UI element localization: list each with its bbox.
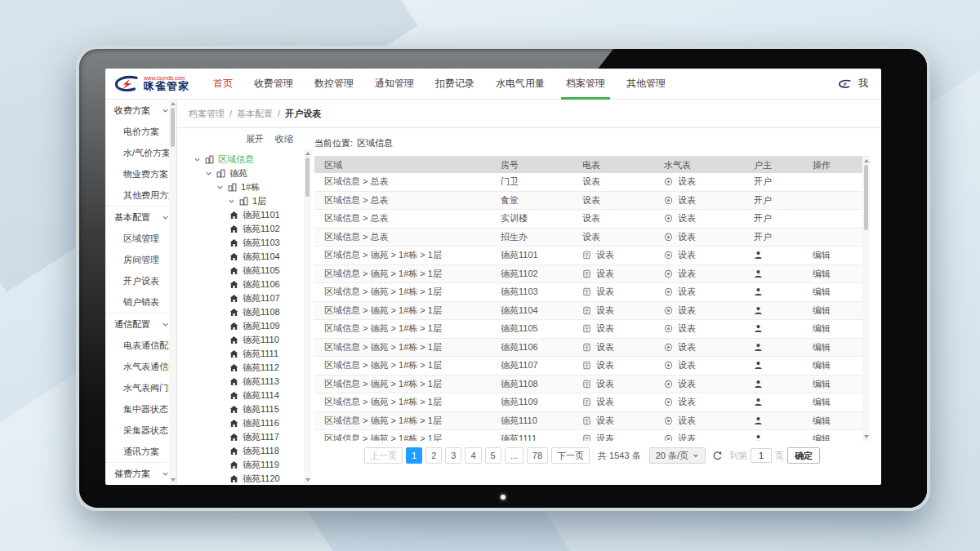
- page-button-...[interactable]: ...: [505, 447, 523, 464]
- tree-node-德苑1109[interactable]: 德苑1109: [189, 319, 303, 333]
- tree-node-德苑1103[interactable]: 德苑1103: [189, 236, 303, 250]
- page-button-3[interactable]: 3: [445, 447, 461, 464]
- scroll-down-arrow-icon[interactable]: [305, 478, 310, 482]
- set-electric-meter-link[interactable]: 设表: [596, 341, 614, 353]
- set-electric-meter-link[interactable]: 设表: [596, 378, 614, 390]
- sidebar-item-水气表通信配置[interactable]: 水气表通信配置: [105, 356, 176, 377]
- edit-link[interactable]: 编辑: [813, 269, 831, 278]
- open-account-link[interactable]: 开户: [754, 194, 772, 207]
- set-water-gas-meter-link[interactable]: 设表: [678, 176, 696, 188]
- set-water-gas-meter-link[interactable]: 设表: [678, 231, 696, 243]
- tree-node-德苑1117[interactable]: 德苑1117: [189, 430, 303, 444]
- page-button-4[interactable]: 4: [465, 447, 481, 464]
- confirm-button[interactable]: 确定: [787, 447, 820, 464]
- open-account-link[interactable]: 开户: [754, 212, 772, 224]
- tree-node-德苑1104[interactable]: 德苑1104: [189, 250, 303, 264]
- sidebar-item-开户设表[interactable]: 开户设表: [105, 270, 176, 291]
- page-button-5[interactable]: 5: [485, 447, 501, 464]
- edit-link[interactable]: 编辑: [813, 287, 831, 296]
- set-water-gas-meter-link[interactable]: 设表: [678, 433, 696, 441]
- edit-link[interactable]: 编辑: [813, 397, 831, 407]
- tree-node-德苑1107[interactable]: 德苑1107: [189, 291, 303, 305]
- set-water-gas-meter-link[interactable]: 设表: [678, 415, 696, 427]
- nav-item-其他管理[interactable]: 其他管理: [616, 69, 676, 99]
- set-electric-meter-link[interactable]: 设表: [596, 415, 614, 427]
- open-account-link[interactable]: 开户: [754, 176, 772, 188]
- set-electric-meter-link[interactable]: 设表: [582, 176, 600, 188]
- tree-node-德苑1114[interactable]: 德苑1114: [189, 389, 303, 402]
- set-water-gas-meter-link[interactable]: 设表: [678, 249, 696, 261]
- edit-link[interactable]: 编辑: [813, 379, 831, 389]
- page-size-select[interactable]: 20 条/页: [649, 447, 706, 464]
- set-electric-meter-link[interactable]: 设表: [596, 359, 614, 371]
- nav-item-扣费记录[interactable]: 扣费记录: [425, 69, 485, 99]
- sidebar-section-title-通信配置[interactable]: 通信配置: [105, 313, 176, 335]
- tree-node-德苑1115[interactable]: 德苑1115: [189, 402, 303, 416]
- tree-node-德苑1118[interactable]: 德苑1118: [189, 444, 303, 458]
- tree-node-德苑1101[interactable]: 德苑1101: [189, 208, 303, 222]
- tree-node-德苑1120[interactable]: 德苑1120: [189, 472, 303, 484]
- sidebar-item-采集器状态[interactable]: 采集器状态: [105, 420, 176, 441]
- sidebar-item-区域管理[interactable]: 区域管理: [105, 228, 176, 249]
- sidebar-item-水气表阀门配置[interactable]: 水气表阀门配置: [105, 377, 176, 398]
- breadcrumb-part[interactable]: 基本配置: [237, 108, 273, 120]
- set-electric-meter-link[interactable]: 设表: [582, 231, 600, 243]
- nav-item-数控管理[interactable]: 数控管理: [304, 69, 364, 99]
- tree-node-德苑1105[interactable]: 德苑1105: [189, 264, 303, 278]
- set-electric-meter-link[interactable]: 设表: [582, 212, 600, 224]
- set-electric-meter-link[interactable]: 设表: [596, 396, 614, 408]
- set-water-gas-meter-link[interactable]: 设表: [678, 341, 696, 353]
- set-electric-meter-link[interactable]: 设表: [596, 322, 614, 335]
- set-water-gas-meter-link[interactable]: 设表: [678, 359, 696, 371]
- tree-scrollbar[interactable]: [304, 149, 311, 484]
- set-electric-meter-link[interactable]: 设表: [596, 268, 614, 280]
- tree-node-德苑1108[interactable]: 德苑1108: [189, 305, 303, 319]
- tree-node-德苑1106[interactable]: 德苑1106: [189, 278, 303, 291]
- edit-link[interactable]: 编辑: [813, 305, 831, 315]
- nav-item-收费管理[interactable]: 收费管理: [243, 69, 304, 99]
- edit-link[interactable]: 编辑: [813, 415, 831, 425]
- edit-link[interactable]: 编辑: [813, 342, 831, 352]
- sidebar-item-集中器状态[interactable]: 集中器状态: [105, 398, 176, 420]
- set-electric-meter-link[interactable]: 设表: [596, 286, 614, 298]
- brand-logo[interactable]: www.csyndb.com 咪雀管家: [114, 74, 189, 94]
- user-menu-label[interactable]: 我: [858, 77, 868, 91]
- scrollbar-thumb[interactable]: [864, 165, 868, 230]
- page-button-2[interactable]: 2: [425, 447, 442, 464]
- table-scrollbar[interactable]: [862, 157, 870, 441]
- nav-item-档案管理[interactable]: 档案管理: [555, 69, 616, 99]
- set-water-gas-meter-link[interactable]: 设表: [678, 194, 696, 207]
- collapse-all-button[interactable]: 收缩: [275, 133, 293, 145]
- set-electric-meter-link[interactable]: 设表: [596, 433, 614, 441]
- sidebar-item-通讯方案[interactable]: 通讯方案: [105, 441, 176, 462]
- prev-page-button[interactable]: 上一页: [364, 447, 403, 464]
- nav-item-通知管理[interactable]: 通知管理: [364, 69, 425, 99]
- set-electric-meter-link[interactable]: 设表: [596, 249, 614, 261]
- set-water-gas-meter-link[interactable]: 设表: [678, 286, 696, 298]
- tree-node-区域信息[interactable]: 区域信息: [189, 153, 303, 167]
- scroll-down-arrow-icon[interactable]: [171, 478, 176, 482]
- tree-node-德苑[interactable]: 德苑: [189, 167, 303, 180]
- scroll-up-arrow-icon[interactable]: [171, 102, 176, 105]
- sidebar-section-title-收费方案[interactable]: 收费方案: [105, 100, 176, 121]
- scroll-up-arrow-icon[interactable]: [864, 159, 869, 162]
- set-water-gas-meter-link[interactable]: 设表: [678, 304, 696, 317]
- tree-node-德苑1102[interactable]: 德苑1102: [189, 222, 303, 236]
- edit-link[interactable]: 编辑: [813, 323, 831, 333]
- page-button-78[interactable]: 78: [527, 447, 548, 464]
- nav-item-首页[interactable]: 首页: [203, 69, 243, 99]
- sidebar-item-物业费方案[interactable]: 物业费方案: [105, 163, 176, 184]
- set-electric-meter-link[interactable]: 设表: [596, 304, 614, 317]
- tree-node-德苑1110[interactable]: 德苑1110: [189, 333, 303, 347]
- sidebar-item-房间管理[interactable]: 房间管理: [105, 249, 176, 270]
- nav-user-area[interactable]: 我: [838, 77, 881, 91]
- next-page-button[interactable]: 下一页: [551, 447, 590, 464]
- sidebar-item-其他费用方案[interactable]: 其他费用方案: [105, 184, 176, 206]
- set-electric-meter-link[interactable]: 设表: [582, 194, 600, 207]
- set-water-gas-meter-link[interactable]: 设表: [678, 268, 696, 280]
- tree-node-德苑1113[interactable]: 德苑1113: [189, 375, 303, 389]
- refresh-button[interactable]: [712, 451, 723, 461]
- tree-node-德苑1112[interactable]: 德苑1112: [189, 361, 303, 375]
- sidebar-item-销户销表[interactable]: 销户销表: [105, 291, 176, 313]
- tree-node-德苑1119[interactable]: 德苑1119: [189, 458, 303, 472]
